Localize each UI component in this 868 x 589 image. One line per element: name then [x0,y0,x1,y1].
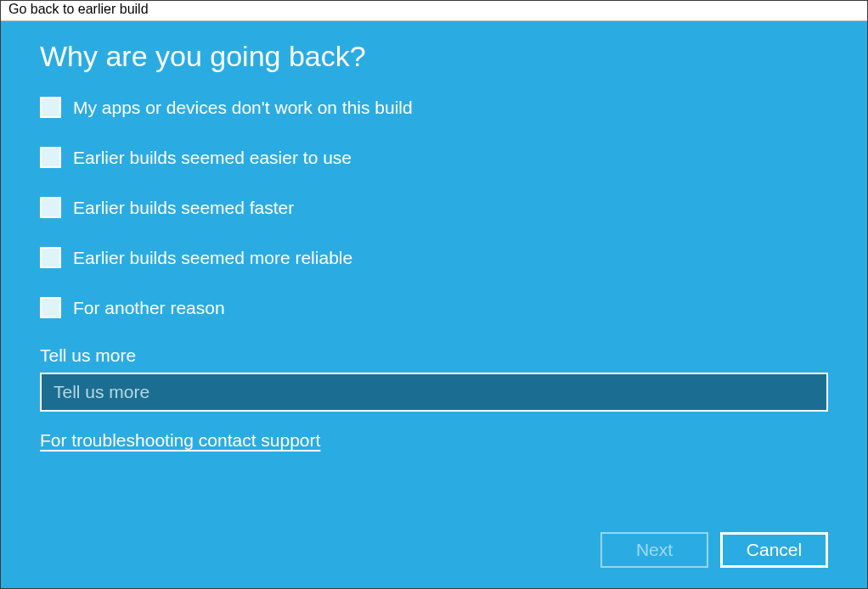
option-label: For another reason [73,298,225,318]
option-reliable[interactable]: Earlier builds seemed more reliable [40,247,828,268]
options-list: My apps or devices don't work on this bu… [40,97,828,318]
checkbox-icon[interactable] [40,97,61,118]
tell-us-more-label: Tell us more [40,345,828,366]
option-faster[interactable]: Earlier builds seemed faster [40,197,828,218]
option-apps-devices[interactable]: My apps or devices don't work on this bu… [40,97,828,118]
cancel-button[interactable]: Cancel [720,532,828,568]
option-label: Earlier builds seemed faster [73,198,294,218]
checkbox-icon[interactable] [40,297,61,318]
tell-us-more-input[interactable] [40,373,828,412]
checkbox-icon[interactable] [40,147,61,168]
window-title: Go back to earlier build [1,1,867,21]
checkbox-icon[interactable] [40,197,61,218]
content-area: Why are you going back? My apps or devic… [1,21,867,588]
support-link[interactable]: For troubleshooting contact support [40,430,828,451]
option-label: Earlier builds seemed easier to use [73,148,352,168]
option-label: Earlier builds seemed more reliable [73,248,352,268]
footer-buttons: Next Cancel [600,532,828,568]
page-heading: Why are you going back? [40,40,828,73]
next-button[interactable]: Next [600,532,708,568]
option-another-reason[interactable]: For another reason [40,297,828,318]
checkbox-icon[interactable] [40,247,61,268]
option-label: My apps or devices don't work on this bu… [73,98,413,118]
window: Go back to earlier build Why are you goi… [0,0,868,589]
option-easier[interactable]: Earlier builds seemed easier to use [40,147,828,168]
